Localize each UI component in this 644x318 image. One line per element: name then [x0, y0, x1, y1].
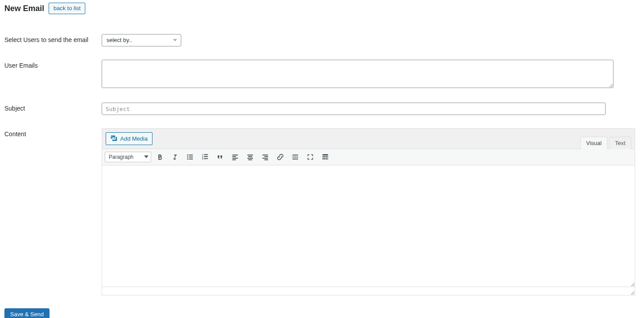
svg-rect-26 — [293, 157, 294, 157]
content-editor: Add Media Visual Text Paragraph — [102, 128, 635, 295]
svg-rect-20 — [248, 159, 252, 160]
svg-rect-2 — [189, 155, 193, 156]
svg-rect-16 — [232, 159, 236, 160]
svg-point-1 — [187, 154, 188, 156]
add-media-label: Add Media — [120, 135, 148, 142]
paragraph-format-dropdown[interactable]: Paragraph — [105, 152, 151, 162]
svg-rect-10 — [204, 156, 208, 157]
svg-rect-36 — [324, 158, 325, 160]
subject-field[interactable] — [102, 103, 606, 115]
editor-statusbar — [102, 287, 635, 295]
bold-button[interactable] — [154, 151, 166, 163]
editor-toolbar: Paragraph — [102, 149, 635, 165]
add-media-button[interactable]: Add Media — [106, 132, 152, 145]
svg-rect-29 — [293, 159, 298, 160]
svg-rect-21 — [263, 155, 268, 156]
svg-rect-25 — [293, 155, 298, 156]
content-body[interactable] — [102, 165, 635, 287]
align-left-button[interactable] — [229, 151, 241, 163]
svg-rect-37 — [326, 158, 327, 160]
svg-rect-38 — [328, 158, 328, 160]
svg-rect-30 — [323, 154, 328, 156]
svg-rect-31 — [323, 156, 324, 157]
media-icon — [111, 134, 118, 143]
fullscreen-icon — [306, 153, 314, 161]
page-title: New Email — [4, 4, 44, 13]
svg-rect-19 — [248, 158, 253, 159]
svg-rect-14 — [232, 156, 236, 157]
numbered-list-icon: 123 — [201, 153, 209, 161]
toolbar-toggle-button[interactable] — [319, 151, 332, 163]
fullscreen-button[interactable] — [304, 151, 316, 163]
svg-rect-17 — [248, 155, 253, 156]
svg-rect-12 — [204, 158, 208, 159]
select-users-dropdown[interactable]: select by.. — [102, 34, 181, 46]
align-center-button[interactable] — [244, 151, 256, 163]
numbered-list-button[interactable]: 123 — [199, 151, 211, 163]
align-right-button[interactable] — [259, 151, 271, 163]
blockquote-icon — [216, 153, 224, 161]
align-center-icon — [246, 153, 254, 161]
bulleted-list-icon — [186, 153, 194, 161]
bulleted-list-button[interactable] — [184, 151, 196, 163]
svg-rect-15 — [232, 158, 238, 159]
svg-text:3: 3 — [202, 157, 203, 160]
align-left-icon — [231, 153, 239, 161]
svg-rect-4 — [189, 157, 193, 157]
subject-label: Subject — [4, 96, 97, 122]
svg-rect-13 — [232, 155, 238, 156]
svg-rect-8 — [204, 154, 208, 155]
toolbar-toggle-icon — [321, 153, 329, 161]
svg-rect-28 — [297, 157, 298, 157]
svg-rect-33 — [326, 156, 327, 157]
read-more-button[interactable] — [289, 151, 301, 163]
italic-icon — [171, 153, 179, 161]
align-right-icon — [261, 153, 269, 161]
tab-text[interactable]: Text — [609, 137, 631, 149]
svg-rect-18 — [248, 156, 252, 157]
svg-rect-24 — [264, 159, 268, 160]
link-button[interactable] — [274, 151, 286, 163]
back-to-list-button[interactable]: back to list — [49, 3, 85, 14]
svg-rect-34 — [328, 156, 328, 157]
tab-visual[interactable]: Visual — [580, 137, 607, 149]
svg-rect-22 — [264, 156, 268, 157]
svg-rect-27 — [294, 157, 296, 157]
bold-icon — [156, 153, 164, 161]
blockquote-button[interactable] — [214, 151, 226, 163]
svg-rect-6 — [189, 159, 193, 160]
link-icon — [276, 153, 284, 161]
italic-button[interactable] — [169, 151, 181, 163]
svg-point-3 — [187, 157, 188, 158]
svg-rect-23 — [263, 158, 268, 159]
select-users-label: Select Users to send the email — [4, 27, 97, 53]
content-label: Content — [4, 122, 97, 302]
svg-rect-32 — [324, 156, 325, 157]
user-emails-label: User Emails — [4, 53, 97, 96]
user-emails-field[interactable] — [102, 60, 614, 88]
svg-rect-35 — [323, 158, 324, 160]
read-more-icon — [291, 153, 299, 161]
svg-point-5 — [187, 158, 188, 160]
save-and-send-button[interactable]: Save & Send — [4, 308, 50, 318]
